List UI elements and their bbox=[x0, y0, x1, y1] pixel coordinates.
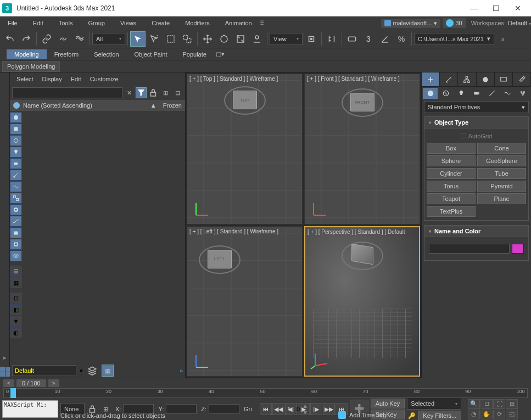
se-column-header[interactable]: Name (Sorted Ascending) ▲ Frozen bbox=[10, 100, 185, 111]
filter-bone-icon[interactable] bbox=[10, 216, 22, 227]
se-view-by-hierarchy-button[interactable]: ⊟ bbox=[172, 87, 183, 98]
cmd-tab-create[interactable] bbox=[422, 72, 440, 86]
filter-all-icon[interactable] bbox=[10, 112, 22, 123]
zoom-all-button[interactable]: ⊡ bbox=[480, 399, 493, 409]
key-filters-button[interactable]: Key Filters... bbox=[418, 411, 461, 420]
current-frame-input[interactable]: 0 bbox=[297, 406, 300, 412]
user-account[interactable]: malavidasoft... ▾ bbox=[381, 19, 441, 28]
key-filter-selected[interactable]: Selected▾ bbox=[407, 397, 461, 410]
time-tag-row[interactable]: Add Time Tag bbox=[338, 411, 386, 419]
undo-button[interactable] bbox=[2, 31, 18, 47]
menu-modifiers[interactable]: Modifiers bbox=[177, 16, 217, 30]
ribbon-tab-selection[interactable]: Selection bbox=[86, 49, 126, 59]
ribbon-tab-freeform[interactable]: Freeform bbox=[47, 49, 87, 59]
trial-days[interactable]: 30 bbox=[443, 18, 465, 28]
menu-create[interactable]: Create bbox=[144, 16, 177, 30]
ribbon-tab-populate[interactable]: Populate bbox=[175, 49, 214, 59]
select-region-rect-button[interactable] bbox=[163, 31, 178, 47]
create-systems-button[interactable] bbox=[515, 88, 530, 99]
filter-misc2-icon[interactable]: ◧ bbox=[10, 304, 22, 315]
ribbon-expand-button[interactable]: ▢▾ bbox=[214, 47, 226, 62]
filter-container-icon[interactable] bbox=[10, 227, 22, 238]
primitive-sphere[interactable]: Sphere bbox=[427, 155, 476, 166]
viewcube-perspective[interactable] bbox=[351, 243, 373, 264]
redo-button[interactable] bbox=[19, 31, 34, 47]
layer-manager-button[interactable] bbox=[86, 365, 98, 377]
reference-coord-system[interactable]: View▾ bbox=[270, 33, 303, 45]
zoom-button[interactable]: 🔍 bbox=[468, 399, 480, 409]
se-view-by-layer-button[interactable]: ⊞ bbox=[160, 87, 171, 98]
viewport-left[interactable]: [ + ] [ Left ] [ Standard ] [ Wireframe … bbox=[187, 226, 303, 377]
angle-snap-button[interactable] bbox=[377, 31, 393, 47]
cmd-tab-modify[interactable] bbox=[440, 72, 458, 86]
key-mode-icon[interactable]: 🔑 bbox=[407, 411, 417, 420]
next-frame-button[interactable]: ▶▶ bbox=[323, 403, 335, 415]
category-dropdown[interactable]: Standard Primitives▾ bbox=[424, 101, 529, 113]
time-prev-button[interactable]: < bbox=[3, 379, 14, 387]
viewport-top[interactable]: [ + ] [ Top ] [ Standard ] [ Wireframe ]… bbox=[187, 74, 303, 225]
snap-toggle-button[interactable]: 3 bbox=[361, 31, 376, 47]
filter-helpers-icon[interactable] bbox=[10, 170, 22, 181]
primitive-geosphere[interactable]: GeoSphere bbox=[477, 155, 526, 166]
primitive-plane[interactable]: Plane bbox=[477, 193, 526, 204]
prev-frame-button[interactable]: ◀◀ bbox=[272, 403, 284, 415]
time-next-button[interactable]: > bbox=[48, 379, 59, 387]
cmd-tab-display[interactable] bbox=[495, 72, 513, 86]
orbit-button[interactable]: ⟳ bbox=[493, 410, 505, 419]
primitive-tube[interactable]: Tube bbox=[477, 168, 526, 179]
primitive-box[interactable]: Box bbox=[427, 143, 476, 154]
object-color-swatch[interactable] bbox=[512, 244, 524, 254]
bind-spacewarp-button[interactable] bbox=[72, 31, 87, 47]
unlink-button[interactable] bbox=[55, 31, 71, 47]
filter-frozen-icon[interactable] bbox=[10, 239, 22, 250]
viewport-top-label[interactable]: [ + ] [ Top ] [ Standard ] [ Wireframe ] bbox=[189, 76, 278, 82]
menu-views[interactable]: Views bbox=[113, 16, 144, 30]
viewport-perspective[interactable]: [ + ] [ Perspective ] [ Standard ] [ Def… bbox=[304, 226, 420, 377]
viewport-left-label[interactable]: [ + ] [ Left ] [ Standard ] [ Wireframe … bbox=[189, 228, 278, 234]
maximize-viewport-button[interactable]: ◱ bbox=[506, 410, 518, 419]
close-button[interactable]: ✕ bbox=[507, 1, 529, 16]
se-name-column[interactable]: Name (Sorted Ascending) bbox=[23, 102, 147, 109]
fov-button[interactable]: ◔ bbox=[468, 410, 480, 419]
select-by-name-button[interactable] bbox=[147, 31, 162, 47]
z-input[interactable] bbox=[209, 404, 239, 414]
viewport-front-label[interactable]: [ + ] [ Front ] [ Standard ] [ Wireframe… bbox=[307, 76, 400, 82]
minimize-button[interactable]: — bbox=[463, 1, 485, 16]
primitive-teapot[interactable]: Teapot bbox=[427, 193, 476, 204]
frame-down[interactable]: ▼ bbox=[302, 409, 308, 416]
keyboard-shortcut-toggle[interactable] bbox=[344, 31, 360, 47]
se-clear-search-button[interactable]: ✕ bbox=[124, 87, 135, 98]
menu-drag-handle[interactable]: ⠿ bbox=[260, 20, 304, 27]
primitive-textplus[interactable]: TextPlus bbox=[427, 206, 476, 217]
cmd-tab-hierarchy[interactable] bbox=[458, 72, 476, 86]
create-shapes-button[interactable] bbox=[438, 88, 453, 99]
se-menu-display[interactable]: Display bbox=[42, 76, 62, 82]
menu-edit[interactable]: Edit bbox=[25, 16, 51, 30]
filter-groups-icon[interactable] bbox=[10, 193, 22, 204]
percent-snap-button[interactable]: % bbox=[394, 31, 409, 47]
select-rotate-button[interactable] bbox=[216, 31, 232, 47]
filter-geometry-icon[interactable] bbox=[10, 124, 22, 135]
select-place-button[interactable] bbox=[249, 31, 265, 47]
time-ruler[interactable]: 0 10 20 30 40 50 60 70 80 90 100 bbox=[3, 388, 528, 398]
create-helpers-button[interactable] bbox=[484, 88, 499, 99]
viewport-front[interactable]: [ + ] [ Front ] [ Standard ] [ Wireframe… bbox=[304, 74, 420, 225]
filter-spacewarps-icon[interactable] bbox=[10, 181, 22, 192]
select-move-button[interactable] bbox=[200, 31, 215, 47]
overflow-button[interactable]: » bbox=[495, 31, 511, 47]
maxscript-listener[interactable]: MAXScript Mi: bbox=[2, 400, 58, 418]
filter-misc3-icon[interactable]: ▼ bbox=[10, 316, 22, 327]
filter-hidden-icon[interactable] bbox=[10, 250, 22, 261]
select-object-button[interactable] bbox=[130, 31, 146, 47]
maximize-button[interactable]: ☐ bbox=[485, 1, 507, 16]
filter-lights-icon[interactable] bbox=[10, 147, 22, 158]
se-tree-area[interactable] bbox=[23, 111, 185, 363]
workspace-selector[interactable]: Default ▾ bbox=[508, 20, 531, 26]
pan-button[interactable]: ✋ bbox=[480, 410, 493, 419]
viewcube-top[interactable]: TOP bbox=[233, 91, 257, 109]
filter-list-icon[interactable] bbox=[10, 266, 22, 277]
menu-animation[interactable]: Animation bbox=[217, 16, 260, 30]
se-search-input[interactable] bbox=[12, 87, 122, 98]
goto-start-button[interactable]: ⏮ bbox=[260, 403, 272, 415]
ribbon-tab-modeling[interactable]: Modeling bbox=[7, 49, 47, 59]
